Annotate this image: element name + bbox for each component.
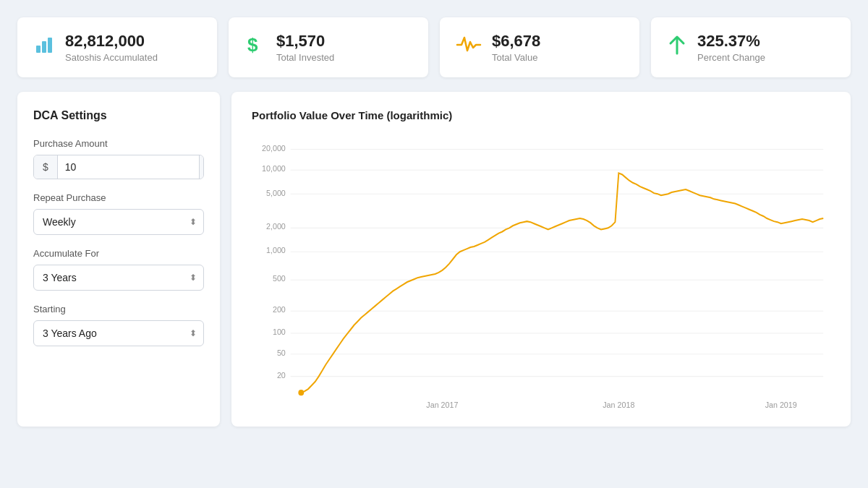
- arrow-up-icon: [667, 33, 687, 61]
- starting-select[interactable]: 3 Years Ago 1 Year Ago 2 Years Ago 5 Yea…: [33, 320, 204, 346]
- dollar-icon: $: [244, 34, 266, 61]
- stat-card-percent-change: 325.37% Percent Change: [651, 17, 851, 77]
- chart-title: Portfolio Value Over Time (logarithmic): [252, 109, 830, 121]
- svg-rect-0: [36, 46, 41, 53]
- starting-select-wrapper: 3 Years Ago 1 Year Ago 2 Years Ago 5 Yea…: [33, 320, 204, 346]
- y-label-1000: 1,000: [266, 246, 286, 254]
- svg-rect-1: [42, 41, 46, 53]
- bottom-section: DCA Settings Purchase Amount $ .00 Repea…: [17, 92, 851, 427]
- stat-card-total-value: $6,678 Total Value: [440, 17, 639, 77]
- starting-label: Starting: [33, 304, 204, 314]
- purchase-amount-label: Purchase Amount: [33, 138, 204, 149]
- accumulate-for-label: Accumulate For: [33, 248, 204, 259]
- bar-chart-icon: [33, 34, 55, 61]
- stat-card-satoshis: 82,812,000 Satoshis Accumulated: [17, 17, 217, 77]
- settings-title: DCA Settings: [33, 109, 204, 122]
- x-label-jan2019: Jan 2019: [765, 401, 797, 409]
- x-label-jan2017: Jan 2017: [426, 401, 458, 409]
- percent-change-value: 325.37%: [697, 32, 765, 51]
- pulse-icon: [456, 35, 482, 60]
- repeat-purchase-label: Repeat Purchase: [33, 192, 204, 203]
- y-label-50: 50: [277, 348, 286, 357]
- accumulate-for-select-wrapper: 3 Years 1 Year 2 Years 5 Years 10 Years …: [33, 265, 204, 291]
- portfolio-line: [301, 174, 823, 393]
- chart-card: Portfolio Value Over Time (logarithmic) …: [231, 92, 851, 427]
- y-label-5000: 5,000: [266, 189, 286, 197]
- svg-text:$: $: [247, 34, 258, 56]
- satoshis-label: Satoshis Accumulated: [65, 52, 158, 63]
- chart-svg: 20,000 10,000 5,000 2,000 1,000 500 200 …: [252, 133, 830, 415]
- y-label-20000: 20,000: [262, 144, 286, 153]
- repeat-purchase-select-wrapper: Weekly Daily Monthly ⬍: [33, 209, 204, 235]
- purchase-amount-input[interactable]: [58, 155, 199, 179]
- purchase-amount-input-group: $ .00: [33, 155, 204, 179]
- y-label-20: 20: [277, 371, 286, 380]
- accumulate-for-field: Accumulate For 3 Years 1 Year 2 Years 5 …: [33, 248, 204, 291]
- invested-label: Total Invested: [276, 52, 334, 63]
- stat-card-invested: $ $1,570 Total Invested: [229, 17, 428, 77]
- y-label-100: 100: [273, 328, 286, 336]
- dollar-prefix: $: [34, 155, 58, 179]
- svg-rect-2: [48, 38, 52, 53]
- starting-field: Starting 3 Years Ago 1 Year Ago 2 Years …: [33, 304, 204, 346]
- chart-container: 20,000 10,000 5,000 2,000 1,000 500 200 …: [252, 133, 830, 415]
- y-label-2000: 2,000: [266, 223, 286, 231]
- y-label-500: 500: [273, 274, 286, 283]
- y-label-10000: 10,000: [262, 165, 286, 174]
- repeat-purchase-field: Repeat Purchase Weekly Daily Monthly ⬍: [33, 192, 204, 235]
- dca-settings-card: DCA Settings Purchase Amount $ .00 Repea…: [17, 92, 220, 427]
- repeat-purchase-select[interactable]: Weekly Daily Monthly: [33, 209, 204, 235]
- accumulate-for-select[interactable]: 3 Years 1 Year 2 Years 5 Years 10 Years: [33, 265, 204, 291]
- x-label-jan2018: Jan 2018: [603, 401, 634, 409]
- total-value-label: Total Value: [492, 52, 540, 63]
- total-value-value: $6,678: [492, 32, 540, 51]
- percent-change-label: Percent Change: [697, 52, 765, 63]
- satoshis-value: 82,812,000: [65, 32, 158, 51]
- stats-row: 82,812,000 Satoshis Accumulated $ $1,570…: [17, 17, 851, 77]
- y-label-200: 200: [273, 306, 286, 314]
- chart-start-dot: [298, 390, 304, 395]
- cents-suffix: .00: [199, 155, 204, 179]
- purchase-amount-field: Purchase Amount $ .00: [33, 138, 204, 179]
- invested-value: $1,570: [276, 32, 334, 51]
